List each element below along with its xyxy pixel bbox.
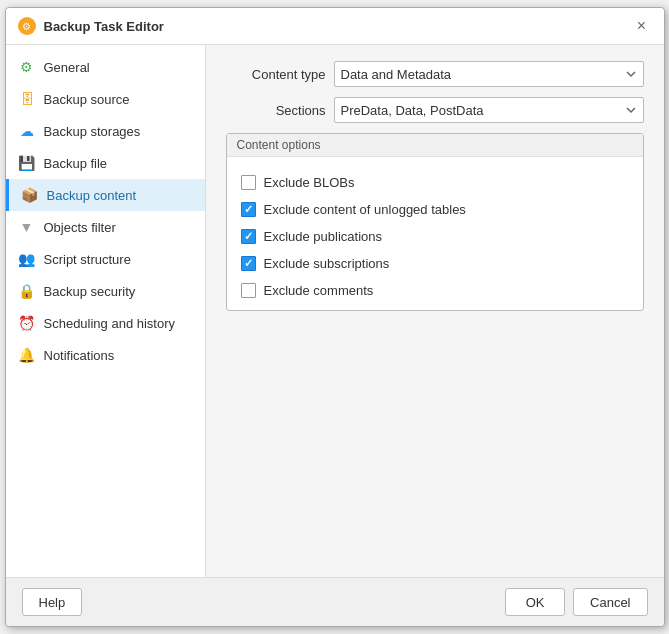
sidebar-item-label-scheduling: Scheduling and history: [44, 316, 176, 331]
sidebar-item-label-backup-storages: Backup storages: [44, 124, 141, 139]
sections-row: Sections PreData, Data, PostDataDataPreD…: [226, 97, 644, 123]
footer-right: OK Cancel: [505, 588, 647, 616]
sidebar-item-backup-storages[interactable]: ☁Backup storages: [6, 115, 205, 147]
general-icon: ⚙: [18, 58, 36, 76]
checkbox-exclude-blobs[interactable]: [241, 175, 256, 190]
dialog-window: ⚙ Backup Task Editor × ⚙General🗄Backup s…: [5, 7, 665, 627]
checkbox-exclude-comments[interactable]: [241, 283, 256, 298]
checkbox-exclude-subscriptions[interactable]: [241, 256, 256, 271]
dialog-footer: Help OK Cancel: [6, 577, 664, 626]
sidebar-item-label-backup-security: Backup security: [44, 284, 136, 299]
content-options-legend: Content options: [227, 134, 643, 157]
script-structure-icon: 👥: [18, 250, 36, 268]
sidebar-item-label-general: General: [44, 60, 90, 75]
cancel-button[interactable]: Cancel: [573, 588, 647, 616]
checkbox-row-exclude-unlogged: Exclude content of unlogged tables: [227, 196, 643, 223]
scheduling-icon: ⏰: [18, 314, 36, 332]
help-button[interactable]: Help: [22, 588, 83, 616]
sidebar-item-script-structure[interactable]: 👥Script structure: [6, 243, 205, 275]
sidebar-item-backup-security[interactable]: 🔒Backup security: [6, 275, 205, 307]
backup-storages-icon: ☁: [18, 122, 36, 140]
sidebar-item-label-backup-content: Backup content: [47, 188, 137, 203]
content-type-label: Content type: [226, 67, 326, 82]
sidebar-item-objects-filter[interactable]: ▼Objects filter: [6, 211, 205, 243]
sidebar-item-scheduling[interactable]: ⏰Scheduling and history: [6, 307, 205, 339]
sections-select[interactable]: PreData, Data, PostDataDataPreDataPostDa…: [334, 97, 644, 123]
content-type-row: Content type Data and MetadataData onlyS…: [226, 61, 644, 87]
sidebar-item-general[interactable]: ⚙General: [6, 51, 205, 83]
backup-content-icon: 📦: [21, 186, 39, 204]
checkbox-row-exclude-subscriptions: Exclude subscriptions: [227, 250, 643, 277]
sections-label: Sections: [226, 103, 326, 118]
backup-file-icon: 💾: [18, 154, 36, 172]
main-content: Content type Data and MetadataData onlyS…: [206, 45, 664, 577]
content-options-inner: Exclude BLOBsExclude content of unlogged…: [227, 163, 643, 310]
title-bar-left: ⚙ Backup Task Editor: [18, 17, 164, 35]
sidebar-item-notifications[interactable]: 🔔Notifications: [6, 339, 205, 371]
checkbox-row-exclude-comments: Exclude comments: [227, 277, 643, 304]
sidebar: ⚙General🗄Backup source☁Backup storages💾B…: [6, 45, 206, 577]
checkbox-label-exclude-subscriptions[interactable]: Exclude subscriptions: [264, 256, 390, 271]
checkbox-exclude-unlogged[interactable]: [241, 202, 256, 217]
backup-source-icon: 🗄: [18, 90, 36, 108]
checkbox-label-exclude-publications[interactable]: Exclude publications: [264, 229, 383, 244]
sidebar-item-label-notifications: Notifications: [44, 348, 115, 363]
content-type-select[interactable]: Data and MetadataData onlySchema only: [334, 61, 644, 87]
sidebar-item-label-backup-source: Backup source: [44, 92, 130, 107]
window-title: Backup Task Editor: [44, 19, 164, 34]
checkbox-row-exclude-blobs: Exclude BLOBs: [227, 169, 643, 196]
close-button[interactable]: ×: [632, 16, 652, 36]
checkbox-label-exclude-unlogged[interactable]: Exclude content of unlogged tables: [264, 202, 466, 217]
app-icon: ⚙: [18, 17, 36, 35]
objects-filter-icon: ▼: [18, 218, 36, 236]
checkbox-exclude-publications[interactable]: [241, 229, 256, 244]
checkbox-label-exclude-comments[interactable]: Exclude comments: [264, 283, 374, 298]
sidebar-item-backup-source[interactable]: 🗄Backup source: [6, 83, 205, 115]
sidebar-item-label-backup-file: Backup file: [44, 156, 108, 171]
title-bar: ⚙ Backup Task Editor ×: [6, 8, 664, 45]
ok-button[interactable]: OK: [505, 588, 565, 616]
content-options-group: Content options Exclude BLOBsExclude con…: [226, 133, 644, 311]
notifications-icon: 🔔: [18, 346, 36, 364]
sidebar-item-label-script-structure: Script structure: [44, 252, 131, 267]
sidebar-item-label-objects-filter: Objects filter: [44, 220, 116, 235]
sidebar-item-backup-file[interactable]: 💾Backup file: [6, 147, 205, 179]
backup-security-icon: 🔒: [18, 282, 36, 300]
checkbox-row-exclude-publications: Exclude publications: [227, 223, 643, 250]
dialog-body: ⚙General🗄Backup source☁Backup storages💾B…: [6, 45, 664, 577]
sidebar-item-backup-content[interactable]: 📦Backup content: [6, 179, 205, 211]
checkbox-label-exclude-blobs[interactable]: Exclude BLOBs: [264, 175, 355, 190]
